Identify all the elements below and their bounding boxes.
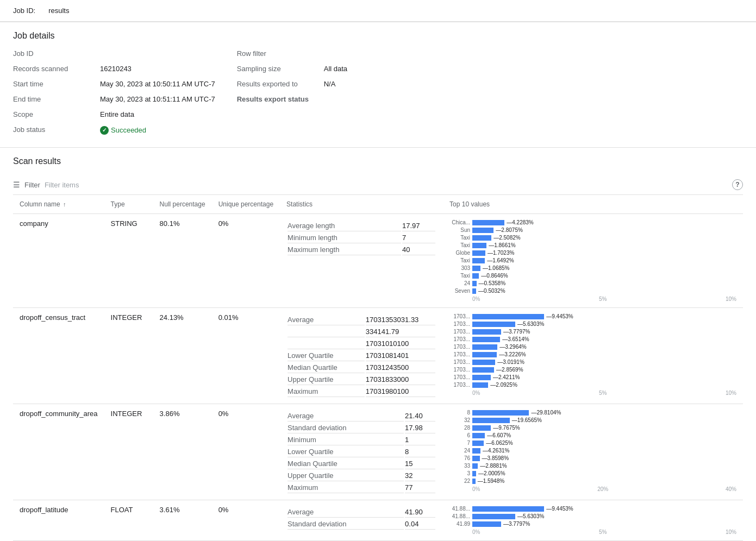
- bar-container: —3.0191%: [472, 359, 736, 365]
- bar-chart: 8—29.8104%32—19.6565%28—9.7675%6—6.607%7…: [449, 410, 736, 492]
- bar-fill: [472, 375, 491, 380]
- detail-label-status: Job status: [13, 125, 100, 134]
- bar-row: Chica...—4.2283%: [449, 219, 736, 225]
- bar-label: 32: [449, 417, 470, 423]
- bar-row: 7—6.0625%: [449, 440, 736, 446]
- cell-type: FLOAT: [104, 500, 153, 541]
- bar-label: 303: [449, 265, 470, 271]
- bar-fill: [472, 281, 477, 286]
- bar-container: —4.2283%: [472, 219, 736, 225]
- bar-label: 1703...: [449, 382, 470, 388]
- bar-label: 41.89: [449, 521, 470, 527]
- bar-fill: [472, 220, 504, 225]
- bar-label: 8: [449, 410, 470, 416]
- bar-fill: [472, 441, 484, 446]
- detail-row-row-filter: Row filter: [237, 49, 347, 62]
- bar-fill: [472, 418, 510, 423]
- detail-label-records: Records scanned: [13, 65, 100, 73]
- bar-row: 6—6.607%: [449, 432, 736, 438]
- detail-value-records: 16210243: [100, 65, 132, 73]
- bar-value: —5.6303%: [517, 513, 544, 519]
- th-top10: Top 10 values: [443, 195, 743, 214]
- bar-value: —1.8661%: [489, 242, 515, 248]
- bar-container: —3.2226%: [472, 351, 736, 357]
- bar-label: 1703...: [449, 336, 470, 342]
- th-null-pct[interactable]: Null percentage: [153, 195, 212, 214]
- bar-container: —1.8661%: [472, 242, 736, 248]
- th-type[interactable]: Type: [104, 195, 153, 214]
- bar-label: 3: [449, 470, 470, 476]
- bar-value: —1.5948%: [478, 478, 504, 484]
- table-row: companySTRING80.1%0%Average length17.97M…: [13, 214, 743, 308]
- bar-value: —2.5082%: [493, 235, 520, 241]
- bar-label: 24: [449, 280, 470, 286]
- axis-label: 40%: [726, 486, 736, 492]
- cell-null-pct: 3.86%: [153, 404, 212, 500]
- detail-label-start: Start time: [13, 80, 100, 88]
- bar-container: —29.8104%: [472, 410, 736, 416]
- bar-fill: [472, 479, 476, 484]
- bar-label: 1703...: [449, 329, 470, 335]
- bar-row: 1703...—9.4453%: [449, 313, 736, 319]
- detail-label-scope: Scope: [13, 110, 100, 118]
- detail-row-end: End time May 30, 2023 at 10:51:11 AM UTC…: [13, 95, 215, 108]
- bar-value: —0.5358%: [479, 280, 505, 286]
- results-label: results: [48, 7, 69, 15]
- bar-row: 41.88...—9.4453%: [449, 506, 736, 512]
- filter-label: Filter: [24, 181, 40, 189]
- cell-top10: Chica...—4.2283%Sun—2.8075%Taxi—2.5082%T…: [443, 214, 743, 308]
- bar-axis: 0%5%10%: [449, 529, 736, 535]
- bar-label: Taxi: [449, 235, 470, 241]
- bar-fill: [472, 235, 491, 241]
- bar-fill: [472, 448, 480, 454]
- bar-axis: 0%5%10%: [449, 296, 736, 302]
- bar-row: 1703...—5.6303%: [449, 321, 736, 327]
- bar-container: —9.4453%: [472, 506, 736, 512]
- cell-type: INTEGER: [104, 404, 153, 500]
- cell-top10: 1703...—9.4453%1703...—5.6303%1703...—3.…: [443, 308, 743, 404]
- results-table: Column name ↑ Type Null percentage Uniqu…: [13, 195, 743, 541]
- status-text: Succeeded: [111, 126, 146, 134]
- th-column-name[interactable]: Column name ↑: [13, 195, 104, 214]
- bar-fill: [472, 410, 529, 416]
- bar-value: —2.0925%: [490, 382, 517, 388]
- cell-top10: 8—29.8104%32—19.6565%28—9.7675%6—6.607%7…: [443, 404, 743, 500]
- bar-fill: [472, 514, 515, 519]
- bar-label: 1703...: [449, 321, 470, 327]
- detail-label-exported-to: Results exported to: [237, 80, 324, 88]
- axis-label: 5%: [599, 296, 607, 302]
- cell-statistics: Average41.90Standard deviation0.04: [280, 500, 443, 541]
- bar-fill: [472, 471, 476, 476]
- help-icon[interactable]: ?: [732, 179, 743, 190]
- bar-value: —3.8598%: [482, 455, 509, 461]
- bar-value: —2.0005%: [478, 470, 505, 476]
- scan-results-section: Scan results ☰ Filter Filter items ? Col…: [0, 148, 756, 541]
- bar-container: —3.7797%: [472, 329, 736, 335]
- filter-bar: ☰ Filter Filter items ?: [13, 175, 743, 195]
- bar-label: 41.88...: [449, 513, 470, 519]
- bar-container: —2.0925%: [472, 382, 736, 388]
- bar-label: 24: [449, 448, 470, 454]
- bar-row: 1703...—3.2964%: [449, 344, 736, 350]
- bar-fill: [472, 433, 485, 438]
- bar-container: —5.6303%: [472, 513, 736, 519]
- detail-row-job-id: Job ID: [13, 49, 215, 62]
- bar-row: 33—2.8881%: [449, 463, 736, 469]
- bar-row: 303—1.0685%: [449, 265, 736, 271]
- bar-container: —6.0625%: [472, 440, 736, 446]
- bar-fill: [472, 382, 488, 388]
- bar-row: 32—19.6565%: [449, 417, 736, 423]
- bar-row: 1703...—3.2226%: [449, 351, 736, 357]
- detail-value-end: May 30, 2023 at 10:51:11 AM UTC-7: [100, 95, 215, 103]
- bar-fill: [472, 352, 497, 357]
- details-grid: Job ID Records scanned 16210243 Start ti…: [13, 49, 743, 139]
- bar-container: —1.6492%: [472, 257, 736, 263]
- th-unique-pct[interactable]: Unique percentage: [212, 195, 280, 214]
- bar-container: —0.5032%: [472, 288, 736, 294]
- bar-label: Sun: [449, 227, 470, 233]
- bar-container: —2.8569%: [472, 367, 736, 373]
- bar-value: —6.0625%: [486, 440, 513, 446]
- bar-axis: 0%5%10%: [449, 390, 736, 396]
- bar-chart: Chica...—4.2283%Sun—2.8075%Taxi—2.5082%T…: [449, 219, 736, 302]
- bar-value: —2.8075%: [496, 227, 522, 233]
